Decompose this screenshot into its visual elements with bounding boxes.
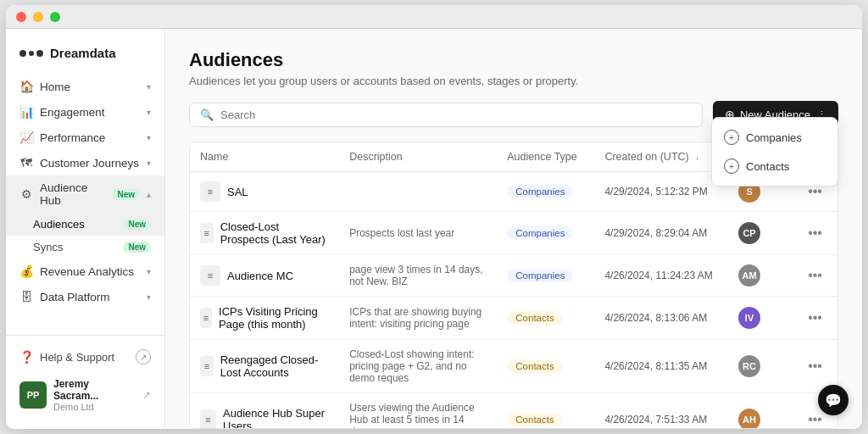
type-badge-3: Contacts — [507, 311, 562, 325]
profile-company: Demo Ltd — [53, 402, 136, 412]
cell-created-by-4: RC — [728, 340, 793, 393]
titlebar — [6, 5, 862, 29]
profile-name: Jeremy Sacram... — [53, 378, 136, 402]
sidebar-item-data-platform[interactable]: 🗄 Data Platform ▾ — [6, 284, 164, 309]
cell-created-on-4: 4/26/2024, 8:11:35 AM — [594, 340, 728, 393]
cell-created-on-5: 4/26/2024, 7:51:33 AM — [594, 393, 728, 430]
sidebar-item-home[interactable]: 🏠 Home ▾ — [6, 74, 164, 99]
col-header-type: Audience Type — [497, 142, 594, 172]
row-more-button-4[interactable]: ••• — [803, 357, 827, 376]
nav-label-data-platform: Data Platform — [40, 291, 140, 303]
help-icon-circle: ↗ — [136, 349, 151, 364]
dropdown-item-companies[interactable]: + Companies — [712, 123, 837, 152]
logo-text: Dreamdata — [50, 46, 116, 60]
subnav-label-syncs: Syncs — [33, 241, 116, 253]
cell-actions-3: ••• — [793, 297, 837, 340]
journeys-icon: 🗺 — [19, 156, 33, 170]
cell-created-on-2: 4/26/2024, 11:24:23 AM — [594, 255, 728, 297]
cell-created-on-3: 4/26/2024, 8:13:06 AM — [594, 297, 728, 340]
logo-dot-1 — [19, 50, 26, 57]
sidebar-item-audience-hub[interactable]: ⚙ Audience Hub New ▴ — [6, 175, 164, 213]
avatar-initials: PP — [27, 390, 40, 400]
sidebar-item-engagement[interactable]: 📊 Engagement ▾ — [6, 99, 164, 125]
row-icon-4: ≡ — [200, 356, 214, 376]
subnav-label-audiences: Audiences — [33, 218, 116, 231]
chevron-icon-3: ▾ — [147, 133, 151, 142]
col-header-description: Description — [339, 142, 497, 172]
cell-desc-3: ICPs that are showing buying intent: vis… — [339, 297, 497, 340]
cell-desc-2: page view 3 times in 14 days, not New. B… — [339, 255, 497, 297]
row-more-button-3[interactable]: ••• — [803, 309, 827, 327]
maximize-button[interactable] — [50, 12, 60, 22]
table-row: ≡ Reengaged Closed-Lost Accounts Closed-… — [190, 340, 837, 393]
dropdown-item-contacts[interactable]: + Contacts — [712, 152, 837, 181]
page-subtitle: Audiences let you group users or account… — [189, 75, 838, 87]
contacts-icon: + — [724, 159, 739, 174]
nav-label-revenue: Revenue Analytics — [40, 265, 140, 278]
table-row: ≡ Audience Hub Super Users Users viewing… — [190, 393, 837, 430]
col-header-name: Name — [190, 142, 339, 172]
nav-label-journeys: Customer Journeys — [40, 157, 140, 170]
profile-info: Jeremy Sacram... Demo Ltd — [53, 378, 136, 412]
cell-desc-1: Prospects lost last year — [339, 212, 497, 255]
logo: Dreamdata — [6, 39, 164, 74]
row-more-button-1[interactable]: ••• — [803, 224, 827, 242]
table-row: ≡ ICPs Visiting Pricing Page (this month… — [190, 297, 837, 340]
main-content: Audiences Audiences let you group users … — [165, 29, 862, 429]
cell-created-on-1: 4/29/2024, 8:29:04 AM — [594, 212, 728, 255]
cell-actions-2: ••• — [793, 255, 837, 297]
sort-icon: ↓ — [695, 153, 699, 162]
cell-actions-1: ••• — [793, 212, 837, 255]
companies-icon: + — [724, 130, 739, 145]
cell-name-3: ≡ ICPs Visiting Pricing Page (this month… — [190, 297, 339, 340]
engagement-icon: 📊 — [19, 105, 33, 119]
type-badge-2: Companies — [507, 269, 573, 282]
creator-avatar-1: CP — [738, 222, 760, 244]
row-icon-2: ≡ — [200, 265, 220, 286]
search-box[interactable]: 🔍 — [189, 103, 703, 127]
help-label: Help & Support — [40, 351, 114, 364]
sidebar-item-syncs[interactable]: Syncs New — [6, 236, 164, 259]
row-more-button-5[interactable]: ••• — [803, 410, 827, 429]
search-input[interactable] — [220, 108, 692, 121]
chevron-icon: ▾ — [147, 82, 151, 92]
type-badge-4: Contacts — [507, 359, 562, 373]
creator-avatar-2: AM — [738, 264, 760, 287]
cell-created-by-2: AM — [728, 255, 793, 297]
revenue-icon: 💰 — [19, 264, 33, 278]
profile-item[interactable]: PP Jeremy Sacram... Demo Ltd ↗ — [6, 371, 164, 419]
dropdown-label-contacts: Contacts — [746, 160, 789, 173]
help-support-item[interactable]: ❓ Help & Support ↗ — [6, 342, 164, 371]
chat-bubble[interactable]: 💬 — [818, 385, 849, 415]
nav-label-home: Home — [40, 81, 140, 93]
audience-name-5: Audience Hub Super Users — [223, 407, 329, 429]
page-title: Audiences — [189, 49, 838, 71]
close-button[interactable] — [16, 12, 26, 22]
table-row: ≡ Audience MC page view 3 times in 14 da… — [190, 255, 837, 297]
sidebar-item-revenue-analytics[interactable]: 💰 Revenue Analytics ▾ — [6, 259, 164, 284]
cell-type-3: Contacts — [497, 297, 594, 340]
sidebar-item-audiences[interactable]: Audiences New — [6, 213, 164, 236]
data-platform-icon: 🗄 — [19, 290, 33, 303]
row-icon-0: ≡ — [200, 181, 220, 202]
type-badge-0: Companies — [507, 185, 573, 198]
audience-name-4: Reengaged Closed-Lost Accounts — [220, 353, 330, 379]
audience-name-1: Closed-Lost Prospects (Last Year) — [220, 220, 330, 246]
chevron-icon-6: ▾ — [147, 267, 151, 276]
minimize-button[interactable] — [33, 12, 43, 22]
logo-icon — [19, 50, 43, 57]
cell-name-2: ≡ Audience MC — [190, 255, 339, 297]
creator-avatar-3: IV — [738, 307, 760, 329]
chevron-icon-2: ▾ — [147, 108, 151, 117]
cell-type-5: Contacts — [497, 393, 594, 430]
creator-avatar-5: AH — [738, 409, 760, 429]
sidebar-item-performance[interactable]: 📈 Performance ▾ — [6, 125, 164, 150]
help-icon: ❓ — [19, 350, 33, 364]
sidebar-item-customer-journeys[interactable]: 🗺 Customer Journeys ▾ — [6, 150, 164, 175]
cell-type-4: Contacts — [497, 340, 594, 393]
cell-desc-0 — [339, 172, 497, 212]
row-more-button-2[interactable]: ••• — [803, 266, 827, 285]
audience-hub-badge: New — [112, 189, 140, 200]
cell-type-2: Companies — [497, 255, 594, 297]
col-header-created-on[interactable]: Created on (UTC) ↓ — [594, 142, 728, 172]
